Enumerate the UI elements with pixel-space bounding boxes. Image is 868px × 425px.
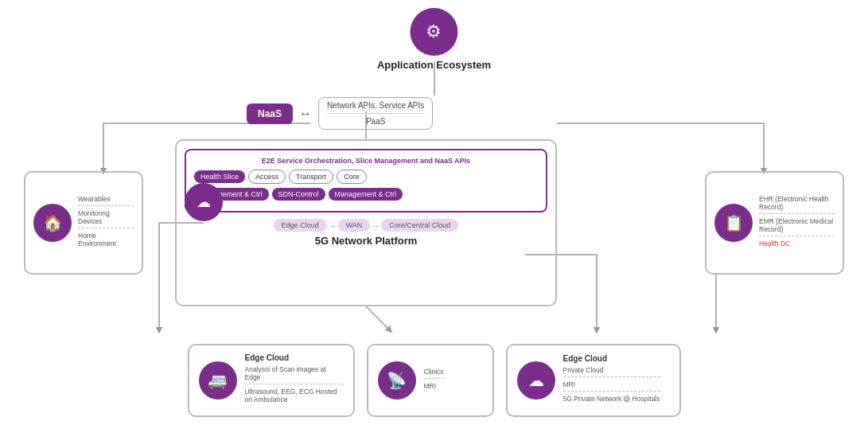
access-pill: Access — [248, 170, 286, 184]
naas-paas-label: PaaS — [327, 117, 424, 126]
naas-section: NaaS ↔ Network APIs, Service APIs PaaS — [247, 97, 433, 130]
home-box: 🏠 Wearables Monitoring Devices Home Envi… — [24, 171, 143, 275]
bottom-right-sublabel: 5G Private Network @ Hospitals — [563, 395, 660, 405]
ambulance-icon: 🚐 — [199, 361, 237, 400]
platform-label: 5G Network Platform — [185, 235, 547, 247]
health-dc-label: Health DC — [759, 240, 835, 250]
cloud-icon: ☁ — [185, 183, 223, 221]
bottom-right-private-cloud: Private Cloud — [563, 366, 660, 377]
app-ecosystem-label: Application Ecosystem — [377, 59, 491, 71]
health-ehr-label: EHR (Electronic Health Record) — [759, 195, 835, 214]
bottom-boxes: 🚐 Edge Cloud Analysis of Scan images at … — [0, 344, 868, 417]
bottom-left-item-2: Ultrasound, EEG, ECG Hosted on Ambulance — [245, 388, 344, 406]
health-icon: 📋 — [714, 204, 753, 242]
sdn-control-pill: SDN-Control — [272, 188, 325, 201]
platform-bottom-row: Edge Cloud → WAN → Core/Central Cloud — [185, 219, 547, 232]
clinics-icon: 📡 — [378, 361, 416, 400]
health-dc-box: 📋 EHR (Electronic Health Record) EMR (El… — [705, 171, 844, 275]
bottom-left-content: Edge Cloud Analysis of Scan images at Ed… — [245, 353, 344, 407]
app-ecosystem: ⚙ Application Ecosystem — [377, 8, 491, 71]
naas-box: NaaS — [247, 103, 293, 124]
app-ecosystem-icon: ⚙ — [410, 8, 457, 56]
bottom-center-box: 📡 Clinics MRI — [367, 344, 494, 417]
bottom-center-content: Clinics MRI — [424, 368, 444, 394]
wan-pill: WAN — [338, 219, 371, 232]
core-central-cloud-pill: Core/Central Cloud — [381, 219, 458, 232]
naas-right-box: Network APIs, Service APIs PaaS — [318, 97, 433, 130]
bottom-center-mri: MRI — [424, 382, 444, 392]
bottom-left-item-1: Analysis of Scan images at Edge — [245, 365, 344, 384]
home-label-environment: Home Environment — [78, 232, 134, 250]
health-emr-label: EMR (Electronic Medical Record) — [759, 217, 835, 236]
platform-row-2: Management & Ctrl SDN-Control Management… — [194, 188, 538, 201]
transport-pill: Transport — [289, 170, 333, 184]
mgmt-ctrl-pill-2: Management & Ctrl — [329, 188, 403, 201]
diagram-container: ⚙ Application Ecosystem NaaS ↔ Network A… — [0, 0, 868, 425]
arrow-2: → — [372, 221, 380, 230]
naas-arrow: ↔ — [299, 107, 312, 121]
home-icon: 🏠 — [33, 204, 72, 242]
platform-box: E2E Service Orchestration, Slice Managem… — [175, 139, 557, 306]
bottom-right-mri: MRI — [563, 380, 660, 392]
arrow-1: → — [329, 221, 337, 230]
hospital-cloud-icon: ☁ — [517, 361, 555, 400]
home-label-monitoring: Monitoring Devices — [78, 209, 134, 228]
home-label-wearables: Wearables — [78, 195, 134, 206]
bottom-center-clinics: Clinics — [424, 368, 444, 379]
platform-row-1: Health Slice Access Transport Core — [194, 170, 538, 184]
home-labels: Wearables Monitoring Devices Home Enviro… — [78, 195, 134, 251]
bottom-left-title: Edge Cloud — [245, 353, 344, 362]
svg-line-2 — [366, 306, 390, 330]
bottom-right-box: ☁ Edge Cloud Private Cloud MRI 5G Privat… — [506, 344, 681, 417]
health-labels: EHR (Electronic Health Record) EMR (Elec… — [759, 195, 835, 251]
edge-cloud-pill: Edge Cloud — [274, 219, 327, 232]
naas-api-label: Network APIs, Service APIs — [327, 101, 424, 110]
platform-inner: E2E Service Orchestration, Slice Managem… — [185, 149, 547, 212]
platform-inner-title: E2E Service Orchestration, Slice Managem… — [194, 157, 538, 165]
bottom-left-box: 🚐 Edge Cloud Analysis of Scan images at … — [188, 344, 355, 417]
bottom-right-content: Edge Cloud Private Cloud MRI 5G Private … — [563, 354, 660, 407]
health-slice-pill: Health Slice — [194, 170, 245, 183]
core-pill: Core — [337, 170, 367, 184]
bottom-right-title: Edge Cloud — [563, 354, 660, 363]
